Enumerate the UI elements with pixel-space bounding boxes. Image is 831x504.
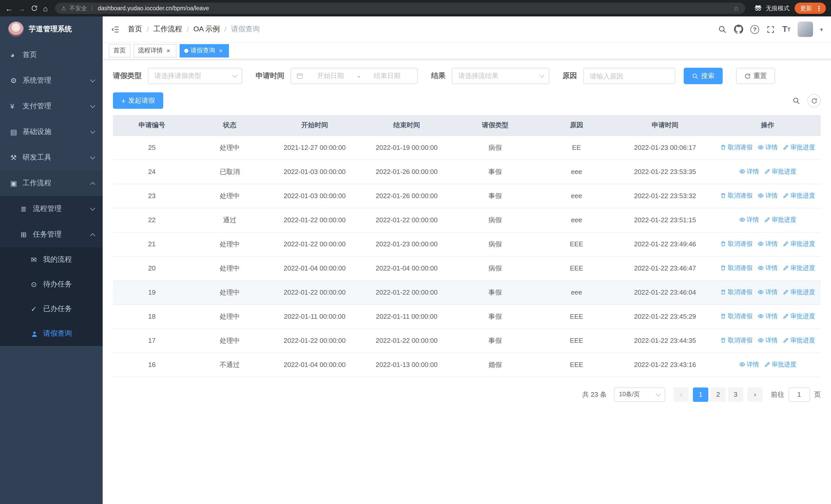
dashboard-icon: ◕ xyxy=(10,51,23,59)
fullscreen-icon[interactable] xyxy=(766,25,775,34)
app-logo[interactable]: 芋道管理系统 xyxy=(0,17,103,42)
tab-process-detail[interactable]: 流程详情× xyxy=(134,44,177,57)
detail-action-link[interactable]: 详情 xyxy=(739,167,759,176)
sidebar-item-infra[interactable]: ▤基础设施 xyxy=(0,119,103,145)
cancel-action-link[interactable]: 取消请假 xyxy=(720,143,752,152)
status: 通过 xyxy=(191,208,268,232)
progress-action-link[interactable]: 审批进度 xyxy=(783,191,815,200)
bookmark-star-icon[interactable]: ☆ xyxy=(733,4,739,12)
row-actions: 取消请假详情审批进度 xyxy=(715,136,821,159)
search-icon[interactable] xyxy=(718,25,727,34)
sidebar-item-process-mgmt[interactable]: ≣流程管理 xyxy=(0,196,103,222)
help-icon[interactable]: ? xyxy=(750,25,759,34)
sidebar-item-payment[interactable]: ¥支付管理 xyxy=(0,93,103,119)
briefcase-icon: ▣ xyxy=(10,179,23,187)
cancel-action-link[interactable]: 取消请假 xyxy=(720,288,752,297)
create-leave-button[interactable]: + 发起请假 xyxy=(113,92,163,109)
search-button[interactable]: 搜索 xyxy=(684,68,723,84)
leave-type: 病假 xyxy=(453,232,538,256)
sidebar-item-label: 待办任务 xyxy=(43,280,72,289)
start-time: 2022-01-11 00:00:00 xyxy=(269,304,361,328)
detail-action-link[interactable]: 详情 xyxy=(757,288,778,297)
collapse-sidebar-icon[interactable] xyxy=(111,25,120,34)
cancel-action-link[interactable]: 取消请假 xyxy=(720,240,752,248)
detail-action-link[interactable]: 详情 xyxy=(757,143,778,152)
table-refresh-icon[interactable] xyxy=(807,94,821,107)
detail-action-link[interactable]: 详情 xyxy=(757,312,778,321)
breadcrumb-item[interactable]: OA 示例 xyxy=(194,25,220,34)
cancel-action-link[interactable]: 取消请假 xyxy=(720,312,752,321)
goto-page-input[interactable] xyxy=(789,387,810,402)
trash-icon xyxy=(720,289,726,295)
detail-action-link[interactable]: 详情 xyxy=(757,240,778,248)
cancel-action-link[interactable]: 取消请假 xyxy=(720,191,752,200)
sidebar-item-workflow[interactable]: ▣工作流程 xyxy=(0,170,103,196)
sidebar-item-todo-tasks[interactable]: ⊙待办任务 xyxy=(0,272,103,297)
reload-button[interactable] xyxy=(31,5,38,12)
prev-page-button[interactable]: ‹ xyxy=(674,387,689,402)
progress-action-link[interactable]: 审批进度 xyxy=(783,143,815,152)
detail-action-link[interactable]: 详情 xyxy=(739,360,759,369)
application-id: 19 xyxy=(113,280,191,304)
breadcrumb-item[interactable]: 首页 xyxy=(128,25,142,34)
home-button[interactable]: ⌂ xyxy=(43,4,48,12)
cancel-action-link[interactable]: 取消请假 xyxy=(720,264,752,272)
sidebar-item-devtools[interactable]: ⚒研发工具 xyxy=(0,145,103,170)
progress-action-link[interactable]: 审批进度 xyxy=(764,360,796,369)
reason-input[interactable] xyxy=(583,68,676,84)
detail-action-link[interactable]: 详情 xyxy=(757,191,778,200)
back-button[interactable]: ← xyxy=(5,4,13,12)
progress-action-link[interactable]: 审批进度 xyxy=(783,264,815,272)
breadcrumb: 首页/工作流程/OA 示例/请假查询 xyxy=(128,25,260,34)
close-tab-icon[interactable]: × xyxy=(165,47,172,54)
logo-image xyxy=(8,22,24,37)
page-button-3[interactable]: 3 xyxy=(728,387,743,402)
tab-home[interactable]: 首页 xyxy=(109,44,131,57)
progress-action-link[interactable]: 审批进度 xyxy=(783,336,815,345)
detail-action-link[interactable]: 详情 xyxy=(757,264,778,272)
detail-action-link[interactable]: 详情 xyxy=(739,215,759,224)
forward-button[interactable]: → xyxy=(18,4,26,12)
edit-icon xyxy=(783,337,789,344)
tab-leave-query[interactable]: 请假查询× xyxy=(180,44,229,57)
address-bar[interactable]: ⚠ 不安全 dashboard.yudao.iocoder.cn/bpm/oa/… xyxy=(55,3,745,14)
table-row: 21处理中2022-01-22 00:00:002022-01-23 00:00… xyxy=(113,232,821,256)
breadcrumb-item[interactable]: 工作流程 xyxy=(153,25,182,34)
progress-action-link[interactable]: 审批进度 xyxy=(764,215,796,224)
page-size-select[interactable]: 10条/页 xyxy=(614,387,665,402)
table-search-icon[interactable] xyxy=(793,97,800,105)
page-button-1[interactable]: 1 xyxy=(693,387,708,402)
progress-action-link[interactable]: 审批进度 xyxy=(783,240,815,248)
github-icon[interactable] xyxy=(734,25,743,34)
progress-action-link[interactable]: 审批进度 xyxy=(783,312,815,321)
progress-action-link[interactable]: 审批进度 xyxy=(764,167,796,176)
start-time: 2022-01-22 00:00:00 xyxy=(269,280,361,304)
progress-action-link[interactable]: 审批进度 xyxy=(783,288,815,297)
result-select[interactable]: 请选择流结果 xyxy=(452,68,549,84)
user-avatar[interactable] xyxy=(798,22,813,37)
cancel-action-link[interactable]: 取消请假 xyxy=(720,336,752,345)
sidebar-item-done-tasks[interactable]: ✓已办任务 xyxy=(0,297,103,321)
caret-down-icon[interactable]: ▾ xyxy=(820,26,823,32)
apply-time-range-picker[interactable]: 开始日期 - 结束日期 xyxy=(290,68,418,84)
next-page-button[interactable]: › xyxy=(747,387,763,402)
apply-time: 2022-01-22 23:46:04 xyxy=(615,280,715,304)
row-actions: 详情审批进度 xyxy=(715,159,821,184)
font-size-icon[interactable]: TT xyxy=(782,25,791,34)
sidebar-item-home[interactable]: ◕首页 xyxy=(0,42,103,68)
leave-type-select[interactable]: 请选择请假类型 xyxy=(148,68,242,84)
sidebar-item-task-mgmt[interactable]: ⊞任务管理 xyxy=(0,222,103,247)
search-button-label: 搜索 xyxy=(701,71,715,81)
update-button[interactable]: 更新 ⋮ xyxy=(795,3,826,14)
browser-menu-icon[interactable]: ⋮ xyxy=(815,4,822,12)
sidebar-item-system[interactable]: ⚙系统管理 xyxy=(0,68,103,93)
detail-action-link[interactable]: 详情 xyxy=(757,336,778,345)
row-actions: 取消请假详情审批进度 xyxy=(715,232,821,256)
sidebar-item-my-process[interactable]: ✉我的流程 xyxy=(0,247,103,272)
apply-time: 2022-01-23 00:06:17 xyxy=(615,136,715,159)
url-text: dashboard.yudao.iocoder.cn/bpm/oa/leave xyxy=(98,5,209,11)
reset-button[interactable]: 重置 xyxy=(736,68,775,84)
page-button-2[interactable]: 2 xyxy=(710,387,726,402)
sidebar-item-leave-query[interactable]: 请假查询 xyxy=(0,321,103,346)
close-tab-icon[interactable]: × xyxy=(217,47,224,54)
